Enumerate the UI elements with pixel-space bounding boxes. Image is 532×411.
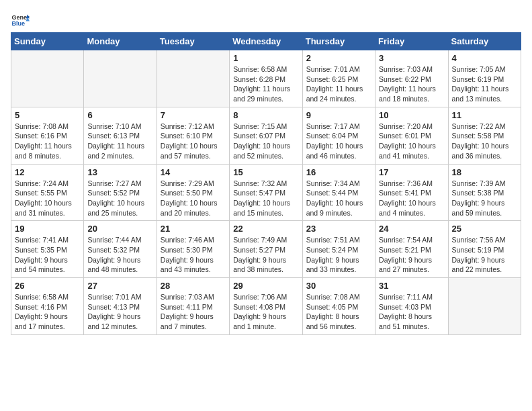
day-info: Sunrise: 7:27 AM Sunset: 5:52 PM Dayligh… (87, 179, 152, 218)
day-info: Sunrise: 7:46 AM Sunset: 5:30 PM Dayligh… (161, 235, 226, 275)
day-info: Sunrise: 7:22 AM Sunset: 5:58 PM Dayligh… (452, 122, 517, 161)
day-number: 4 (452, 53, 517, 63)
day-info: Sunrise: 7:01 AM Sunset: 4:13 PM Dayligh… (87, 292, 152, 332)
weekday-header-friday: Friday (375, 33, 448, 50)
day-cell: 28Sunrise: 7:03 AM Sunset: 4:11 PM Dayli… (157, 278, 229, 335)
day-cell: 12Sunrise: 7:24 AM Sunset: 5:55 PM Dayli… (11, 164, 84, 221)
day-cell: 25Sunrise: 7:56 AM Sunset: 5:19 PM Dayli… (448, 221, 521, 278)
day-cell: 6Sunrise: 7:10 AM Sunset: 6:13 PM Daylig… (84, 107, 157, 164)
day-number: 30 (306, 281, 371, 291)
day-info: Sunrise: 7:34 AM Sunset: 5:44 PM Dayligh… (306, 179, 371, 218)
day-number: 2 (306, 53, 371, 63)
day-cell: 13Sunrise: 7:27 AM Sunset: 5:52 PM Dayli… (84, 164, 157, 221)
day-cell: 7Sunrise: 7:12 AM Sunset: 6:10 PM Daylig… (157, 107, 229, 164)
weekday-header-row: SundayMondayTuesdayWednesdayThursdayFrid… (11, 33, 521, 50)
day-number: 26 (15, 281, 80, 291)
day-cell: 15Sunrise: 7:32 AM Sunset: 5:47 PM Dayli… (230, 164, 302, 221)
day-info: Sunrise: 7:17 AM Sunset: 6:04 PM Dayligh… (306, 122, 371, 161)
calendar-table: SundayMondayTuesdayWednesdayThursdayFrid… (11, 32, 521, 335)
day-number: 11 (452, 110, 517, 120)
day-number: 14 (161, 167, 226, 177)
week-row-5: 26Sunrise: 6:58 AM Sunset: 4:16 PM Dayli… (11, 278, 521, 335)
day-info: Sunrise: 7:24 AM Sunset: 5:55 PM Dayligh… (15, 179, 80, 218)
day-number: 6 (87, 110, 152, 120)
day-info: Sunrise: 7:15 AM Sunset: 6:07 PM Dayligh… (233, 122, 298, 161)
day-info: Sunrise: 7:05 AM Sunset: 6:19 PM Dayligh… (452, 64, 517, 104)
day-cell: 21Sunrise: 7:46 AM Sunset: 5:30 PM Dayli… (157, 221, 229, 278)
day-cell: 24Sunrise: 7:54 AM Sunset: 5:21 PM Dayli… (375, 221, 448, 278)
day-cell: 27Sunrise: 7:01 AM Sunset: 4:13 PM Dayli… (84, 278, 157, 335)
day-number: 18 (452, 167, 517, 177)
week-row-4: 19Sunrise: 7:41 AM Sunset: 5:35 PM Dayli… (11, 221, 521, 278)
day-info: Sunrise: 7:20 AM Sunset: 6:01 PM Dayligh… (379, 122, 444, 161)
day-number: 15 (233, 167, 298, 177)
day-cell: 11Sunrise: 7:22 AM Sunset: 5:58 PM Dayli… (448, 107, 521, 164)
day-cell: 23Sunrise: 7:51 AM Sunset: 5:24 PM Dayli… (302, 221, 375, 278)
day-info: Sunrise: 7:32 AM Sunset: 5:47 PM Dayligh… (233, 179, 298, 218)
day-info: Sunrise: 7:44 AM Sunset: 5:32 PM Dayligh… (87, 235, 152, 275)
day-number: 23 (306, 224, 371, 234)
day-number: 17 (379, 167, 444, 177)
day-info: Sunrise: 7:08 AM Sunset: 4:05 PM Dayligh… (306, 292, 371, 332)
day-cell: 18Sunrise: 7:39 AM Sunset: 5:38 PM Dayli… (448, 164, 521, 221)
day-info: Sunrise: 7:03 AM Sunset: 4:11 PM Dayligh… (161, 292, 226, 332)
weekday-header-thursday: Thursday (302, 33, 375, 50)
day-info: Sunrise: 7:41 AM Sunset: 5:35 PM Dayligh… (15, 235, 80, 275)
day-number: 24 (379, 224, 444, 234)
day-cell: 31Sunrise: 7:11 AM Sunset: 4:03 PM Dayli… (375, 278, 448, 335)
weekday-header-monday: Monday (84, 33, 157, 50)
day-number: 8 (233, 110, 298, 120)
day-info: Sunrise: 7:39 AM Sunset: 5:38 PM Dayligh… (452, 179, 517, 218)
day-info: Sunrise: 7:51 AM Sunset: 5:24 PM Dayligh… (306, 235, 371, 275)
day-number: 3 (379, 53, 444, 63)
day-number: 27 (87, 281, 152, 291)
day-number: 19 (15, 224, 80, 234)
day-number: 22 (233, 224, 298, 234)
day-number: 31 (379, 281, 444, 291)
day-number: 25 (452, 224, 517, 234)
day-number: 13 (87, 167, 152, 177)
day-cell: 4Sunrise: 7:05 AM Sunset: 6:19 PM Daylig… (448, 50, 521, 107)
weekday-header-tuesday: Tuesday (157, 33, 229, 50)
week-row-2: 5Sunrise: 7:08 AM Sunset: 6:16 PM Daylig… (11, 107, 521, 164)
day-info: Sunrise: 6:58 AM Sunset: 4:16 PM Dayligh… (15, 292, 80, 332)
day-cell: 16Sunrise: 7:34 AM Sunset: 5:44 PM Dayli… (302, 164, 375, 221)
day-info: Sunrise: 6:58 AM Sunset: 6:28 PM Dayligh… (233, 64, 298, 104)
day-number: 20 (87, 224, 152, 234)
day-cell (11, 50, 84, 107)
logo: General Blue (11, 11, 30, 30)
day-cell: 22Sunrise: 7:49 AM Sunset: 5:27 PM Dayli… (230, 221, 302, 278)
weekday-header-wednesday: Wednesday (230, 33, 302, 50)
logo-icon: General Blue (11, 11, 30, 30)
day-number: 29 (233, 281, 298, 291)
day-cell (448, 278, 521, 335)
day-cell: 20Sunrise: 7:44 AM Sunset: 5:32 PM Dayli… (84, 221, 157, 278)
day-cell: 19Sunrise: 7:41 AM Sunset: 5:35 PM Dayli… (11, 221, 84, 278)
day-number: 10 (379, 110, 444, 120)
day-cell: 14Sunrise: 7:29 AM Sunset: 5:50 PM Dayli… (157, 164, 229, 221)
day-info: Sunrise: 7:03 AM Sunset: 6:22 PM Dayligh… (379, 64, 444, 104)
day-cell: 17Sunrise: 7:36 AM Sunset: 5:41 PM Dayli… (375, 164, 448, 221)
day-cell: 9Sunrise: 7:17 AM Sunset: 6:04 PM Daylig… (302, 107, 375, 164)
day-info: Sunrise: 7:29 AM Sunset: 5:50 PM Dayligh… (161, 179, 226, 218)
week-row-1: 1Sunrise: 6:58 AM Sunset: 6:28 PM Daylig… (11, 50, 521, 107)
day-number: 12 (15, 167, 80, 177)
day-info: Sunrise: 7:01 AM Sunset: 6:25 PM Dayligh… (306, 64, 371, 104)
day-cell: 8Sunrise: 7:15 AM Sunset: 6:07 PM Daylig… (230, 107, 302, 164)
day-number: 1 (233, 53, 298, 63)
day-info: Sunrise: 7:06 AM Sunset: 4:08 PM Dayligh… (233, 292, 298, 332)
day-cell: 5Sunrise: 7:08 AM Sunset: 6:16 PM Daylig… (11, 107, 84, 164)
day-cell: 1Sunrise: 6:58 AM Sunset: 6:28 PM Daylig… (230, 50, 302, 107)
day-number: 21 (161, 224, 226, 234)
day-info: Sunrise: 7:54 AM Sunset: 5:21 PM Dayligh… (379, 235, 444, 275)
day-cell: 30Sunrise: 7:08 AM Sunset: 4:05 PM Dayli… (302, 278, 375, 335)
weekday-header-saturday: Saturday (448, 33, 521, 50)
day-cell (157, 50, 229, 107)
weekday-header-sunday: Sunday (11, 33, 84, 50)
day-cell: 2Sunrise: 7:01 AM Sunset: 6:25 PM Daylig… (302, 50, 375, 107)
day-info: Sunrise: 7:10 AM Sunset: 6:13 PM Dayligh… (87, 122, 152, 161)
day-info: Sunrise: 7:12 AM Sunset: 6:10 PM Dayligh… (161, 122, 226, 161)
day-cell: 26Sunrise: 6:58 AM Sunset: 4:16 PM Dayli… (11, 278, 84, 335)
day-number: 28 (161, 281, 226, 291)
day-cell (84, 50, 157, 107)
